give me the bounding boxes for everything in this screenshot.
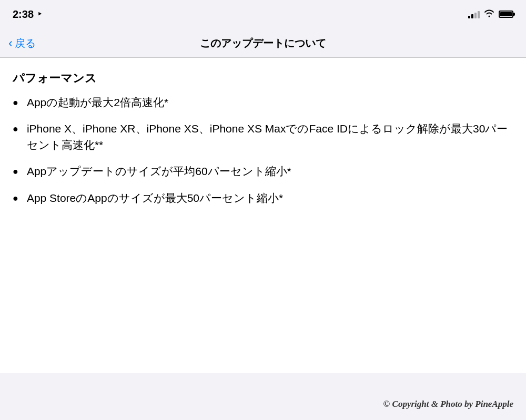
back-chevron-icon: ‹ bbox=[8, 37, 13, 49]
bullet-text: Appの起動が最大2倍高速化* bbox=[27, 95, 513, 110]
signal-icon bbox=[468, 10, 480, 18]
wifi-icon bbox=[484, 9, 494, 20]
bullet-dot: ● bbox=[13, 122, 18, 136]
bullet-list: ● Appの起動が最大2倍高速化* ● iPhone X、iPhone XR、i… bbox=[13, 95, 513, 206]
battery-icon bbox=[499, 11, 513, 18]
location-icon: ‣ bbox=[37, 9, 42, 19]
content-area: パフォーマンス ● Appの起動が最大2倍高速化* ● iPhone X、iPh… bbox=[0, 58, 526, 373]
status-icons bbox=[468, 9, 513, 20]
list-item: ● Appアップデートのサイズが平均60パーセント縮小* bbox=[13, 163, 513, 179]
bullet-text: iPhone X、iPhone XR、iPhone XS、iPhone XS M… bbox=[27, 121, 513, 153]
back-label: 戻る bbox=[15, 36, 36, 50]
list-item: ● App StoreのAppのサイズが最大50パーセント縮小* bbox=[13, 190, 513, 206]
bullet-dot: ● bbox=[13, 96, 18, 109]
bullet-dot: ● bbox=[13, 165, 18, 178]
status-time: 2:38 ‣ bbox=[13, 8, 42, 21]
copyright-text: © Copyright & Photo by PineApple bbox=[383, 399, 513, 409]
status-bar: 2:38 ‣ bbox=[0, 0, 526, 28]
time-display: 2:38 bbox=[13, 8, 34, 21]
section-title: パフォーマンス bbox=[13, 70, 513, 86]
list-item: ● Appの起動が最大2倍高速化* bbox=[13, 95, 513, 110]
bullet-dot: ● bbox=[13, 191, 18, 205]
bullet-text: Appアップデートのサイズが平均60パーセント縮小* bbox=[27, 163, 513, 179]
copyright-footer: © Copyright & Photo by PineApple bbox=[383, 399, 513, 409]
nav-title: このアップデートについて bbox=[200, 36, 326, 50]
back-button[interactable]: ‹ 戻る bbox=[8, 36, 36, 50]
nav-bar: ‹ 戻る このアップデートについて bbox=[0, 28, 526, 58]
bullet-text: App StoreのAppのサイズが最大50パーセント縮小* bbox=[27, 190, 513, 206]
list-item: ● iPhone X、iPhone XR、iPhone XS、iPhone XS… bbox=[13, 121, 513, 153]
